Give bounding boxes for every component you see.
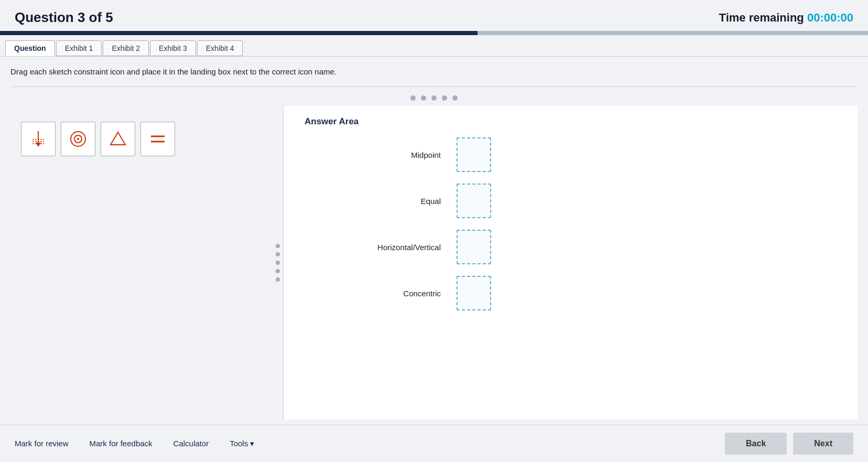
answer-label-horizontal-vertical: Horizontal/Vertical <box>336 243 441 252</box>
tab-exhibit2[interactable]: Exhibit 2 <box>103 40 149 56</box>
tab-exhibit4[interactable]: Exhibit 4 <box>197 40 243 56</box>
answer-row-equal: Equal <box>336 184 837 218</box>
svg-marker-8 <box>111 132 125 145</box>
question-text: Drag each sketch constraint icon and pla… <box>10 67 858 76</box>
next-button[interactable]: Next <box>793 433 853 455</box>
answer-panel: Answer Area Midpoint Equal Horizontal/Ve… <box>283 106 858 420</box>
drag-icon-horizontal-vertical[interactable] <box>21 122 56 156</box>
main-content: Drag each sketch constraint icon and pla… <box>0 57 868 425</box>
vertical-divider <box>273 106 283 420</box>
tab-question[interactable]: Question <box>5 40 55 56</box>
v-dot-2 <box>276 252 280 256</box>
mark-for-review-link[interactable]: Mark for review <box>15 439 69 448</box>
tabs-row: Question Exhibit 1 Exhibit 2 Exhibit 3 E… <box>0 35 868 57</box>
v-dot-3 <box>276 261 280 265</box>
equal-icon <box>148 129 168 149</box>
footer-right: Back Next <box>725 433 853 455</box>
svg-point-7 <box>77 138 79 140</box>
dot-4 <box>442 95 447 101</box>
v-dot-4 <box>276 269 280 273</box>
timer-label: Time remaining 00:00:00 <box>719 11 853 25</box>
concentric-icon <box>68 129 88 149</box>
drag-icon-concentric[interactable] <box>61 122 95 156</box>
calculator-link[interactable]: Calculator <box>173 439 209 448</box>
footer: Mark for review Mark for feedback Calcul… <box>0 425 868 462</box>
answer-rows: Midpoint Equal Horizontal/Vertical Conce… <box>336 137 837 322</box>
drop-box-midpoint[interactable] <box>457 137 491 172</box>
drop-box-horizontal-vertical[interactable] <box>457 230 491 264</box>
drag-icon-midpoint[interactable] <box>101 122 135 156</box>
dots-top <box>10 95 858 101</box>
drag-icon-equal[interactable] <box>140 122 175 156</box>
tab-exhibit3[interactable]: Exhibit 3 <box>150 40 196 56</box>
answer-label-midpoint: Midpoint <box>336 151 441 159</box>
tab-exhibit1[interactable]: Exhibit 1 <box>56 40 102 56</box>
dot-1 <box>410 95 416 101</box>
divider <box>10 87 858 87</box>
answer-row-concentric: Concentric <box>336 276 837 310</box>
dot-3 <box>431 95 437 101</box>
drag-drop-container: Answer Area Midpoint Equal Horizontal/Ve… <box>10 106 858 420</box>
progress-bar-container <box>0 31 868 35</box>
drop-box-concentric[interactable] <box>457 276 491 310</box>
back-button[interactable]: Back <box>725 433 787 455</box>
v-dot-1 <box>276 244 280 248</box>
midpoint-icon <box>108 129 128 149</box>
source-icons-row <box>21 122 175 156</box>
drop-box-equal[interactable] <box>457 184 491 218</box>
mark-for-feedback-link[interactable]: Mark for feedback <box>90 439 153 448</box>
tools-dropdown-icon: ▾ <box>250 439 254 448</box>
answer-label-concentric: Concentric <box>336 289 441 298</box>
tools-link[interactable]: Tools ▾ <box>230 439 254 448</box>
answer-label-equal: Equal <box>336 197 441 206</box>
answer-area-title: Answer Area <box>305 116 837 127</box>
footer-left: Mark for review Mark for feedback Calcul… <box>15 439 254 448</box>
dot-5 <box>452 95 458 101</box>
dot-2 <box>421 95 426 101</box>
v-dot-5 <box>276 277 280 282</box>
source-panel <box>10 106 273 420</box>
progress-bar-fill <box>0 31 478 35</box>
timer-value: 00:00:00 <box>807 11 853 24</box>
svg-marker-1 <box>36 143 41 147</box>
horizontal-vertical-icon <box>28 129 48 149</box>
answer-row-midpoint: Midpoint <box>336 137 837 172</box>
answer-row-horizontal-vertical: Horizontal/Vertical <box>336 230 837 264</box>
question-title: Question 3 of 5 <box>15 9 113 26</box>
header: Question 3 of 5 Time remaining 00:00:00 <box>0 0 868 31</box>
